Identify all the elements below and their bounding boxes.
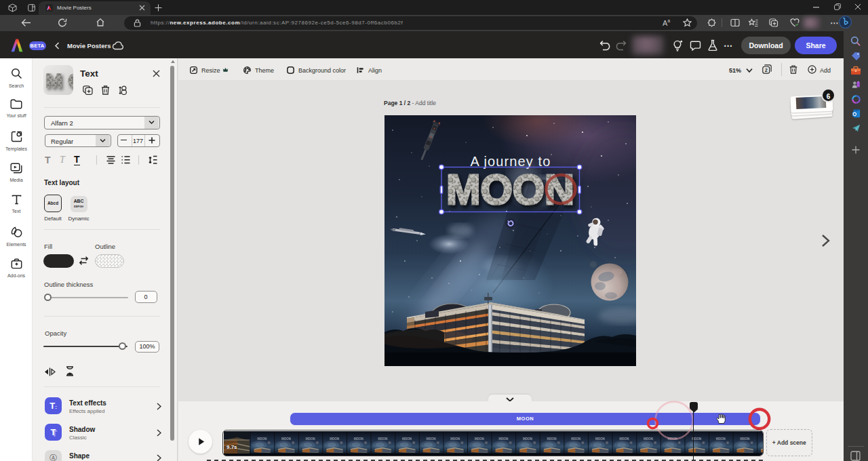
svg-text:M: M [45, 69, 62, 92]
svg-text:MOON: MOON [446, 165, 574, 213]
svg-text:O: O [68, 69, 73, 92]
svg-text:2: 2 [765, 67, 768, 73]
